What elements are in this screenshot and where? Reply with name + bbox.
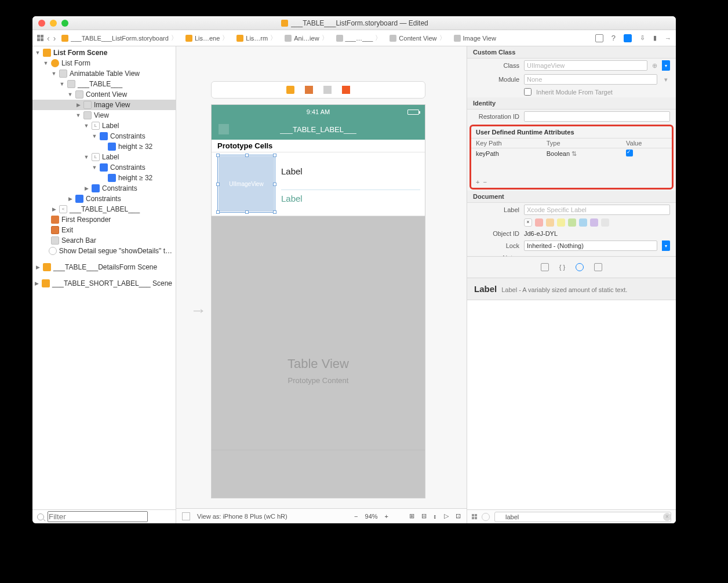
outline-row[interactable]: First Responder	[32, 214, 176, 225]
window-title: ___TABLE___ListForm.storyboard — Edited	[291, 19, 428, 27]
crumb-vc[interactable]: Lis…rm〉	[234, 34, 279, 42]
add-button[interactable]: +	[476, 178, 479, 185]
crumb-scene[interactable]: Lis…ene〉	[183, 34, 231, 42]
resolve-icon[interactable]: ▷	[444, 512, 449, 520]
storyboard-file-icon	[281, 20, 288, 27]
align-icon[interactable]: ⊟	[421, 512, 427, 520]
outline-toggle-icon[interactable]	[182, 512, 190, 520]
scene-dock[interactable]	[211, 81, 425, 99]
object-library-icon[interactable]	[576, 263, 584, 271]
grid-view-icon[interactable]	[472, 514, 477, 519]
inspector-tabs: ? ⇩ ▮ →	[595, 34, 671, 42]
restoration-id-field[interactable]	[524, 111, 670, 122]
scene-header[interactable]: ▶___TABLE___DetailsForm Scene	[32, 262, 176, 272]
color-swatches[interactable]: ×	[467, 217, 676, 228]
related-items-icon[interactable]	[37, 35, 43, 41]
forward-button[interactable]: ›	[53, 34, 56, 43]
outline-row[interactable]: height ≥ 32	[32, 173, 176, 183]
embed-icon[interactable]: ⊞	[409, 512, 414, 520]
size-inspector-icon[interactable]: ▮	[653, 34, 657, 42]
outline-row[interactable]: ▼View	[32, 110, 176, 121]
nav-left-icon	[219, 124, 229, 134]
search-icon	[482, 513, 490, 521]
identity-inspector-icon[interactable]	[624, 34, 632, 42]
zoom-label: 94%	[365, 513, 378, 520]
outline-filter-input[interactable]	[48, 511, 148, 522]
outline-row[interactable]: Exit	[32, 225, 176, 235]
chevron-down-icon[interactable]: ▾	[662, 241, 670, 251]
outline-row[interactable]: ▼List Form	[32, 58, 176, 68]
library-filter-input[interactable]	[494, 512, 671, 522]
vc-icon[interactable]	[286, 86, 294, 94]
outline-row[interactable]: ▼Constraints	[32, 162, 176, 173]
search-icon	[37, 513, 44, 520]
outline-row[interactable]: ▶Constraints	[32, 194, 176, 204]
remove-button[interactable]: −	[483, 178, 487, 185]
outline-filter	[32, 509, 176, 523]
attributes-inspector-icon[interactable]: ⇩	[640, 34, 645, 42]
outline-row[interactable]: Search Bar	[32, 235, 176, 246]
zoom-in-button[interactable]: +	[385, 513, 388, 520]
crumb-content[interactable]: Content View〉	[387, 34, 447, 42]
prototype-cell[interactable]: UIImageView Label Label	[212, 152, 425, 216]
document-outline: ▼List Form Scene ▼List Form ▼Animatable …	[32, 46, 176, 523]
section-document: Document	[467, 191, 676, 203]
runtime-attrs-table[interactable]: Key PathTypeValue keyPath Boolean ⇅	[471, 138, 672, 177]
titlebar: ___TABLE___ListForm.storyboard — Edited	[32, 16, 676, 30]
library-description: LabelLabel - A variably sized amount of …	[467, 278, 676, 300]
crumb-file[interactable]: ___TABLE___ListForm.storyboard〉	[59, 34, 180, 42]
doc-label-field[interactable]	[524, 205, 670, 215]
stack-icon[interactable]: ⊡	[456, 512, 461, 520]
pin-icon[interactable]: ⫾	[434, 513, 437, 520]
chevron-down-icon[interactable]: ▾	[662, 60, 670, 71]
code-snippet-icon[interactable]: { }	[559, 264, 565, 271]
scene-header[interactable]: ▶___TABLE_SHORT_LABEL___ Scene	[32, 278, 176, 289]
exit-icon[interactable]	[323, 86, 332, 94]
inherit-checkbox[interactable]	[524, 88, 532, 96]
connections-inspector-icon[interactable]: →	[665, 35, 671, 42]
first-responder-icon[interactable]	[305, 86, 313, 94]
checkbox-on-icon	[626, 150, 633, 156]
minimize-icon[interactable]	[50, 20, 57, 27]
scene-device: 9:41 AM ___TABLE_LABEL___ Prototype Cell…	[211, 81, 425, 498]
inspector-panel: Custom Class Class ⊕▾ Module ▾ Inherit M…	[467, 46, 676, 523]
battery-icon	[407, 110, 419, 115]
outline-row[interactable]: ▼Constraints	[32, 131, 176, 141]
section-custom-class: Custom Class	[467, 46, 676, 59]
outline-row[interactable]: ▶<___TABLE_LABEL___	[32, 204, 176, 214]
back-button[interactable]: ‹	[47, 34, 50, 43]
lock-select[interactable]	[524, 241, 657, 251]
outline-row-selected[interactable]: ▶Image View	[32, 100, 176, 110]
outline-row[interactable]: Show Detail segue "showDetails" t…	[32, 246, 176, 256]
phone-bottom-separator	[212, 450, 425, 450]
clear-icon[interactable]: ×	[663, 513, 671, 521]
zoom-out-button[interactable]: −	[354, 513, 358, 520]
module-field[interactable]	[524, 74, 657, 85]
crumb-cell[interactable]: ___…___〉	[334, 34, 384, 42]
outline-row[interactable]: ▼___TABLE___	[32, 79, 176, 89]
class-field[interactable]	[524, 60, 647, 71]
file-inspector-icon[interactable]	[595, 34, 603, 42]
scene-header[interactable]: ▼List Form Scene	[32, 48, 176, 58]
cell-label-2[interactable]: Label	[281, 190, 420, 203]
view-as-label[interactable]: View as: iPhone 8 Plus (wC hR)	[197, 513, 287, 520]
outline-row[interactable]: ▼Content View	[32, 89, 176, 100]
close-icon[interactable]	[38, 20, 45, 27]
library-tabs: { }	[467, 256, 676, 278]
crumb-tableview[interactable]: Ani…iew〉	[282, 34, 330, 42]
storyboard-ref-icon[interactable]	[342, 86, 350, 94]
media-library-icon[interactable]	[594, 263, 602, 271]
crumb-imageview[interactable]: Image View	[452, 35, 498, 42]
file-template-icon[interactable]	[541, 263, 549, 271]
traffic-lights	[38, 20, 68, 27]
zoom-icon[interactable]	[61, 20, 68, 27]
canvas: → 9:41 AM ___TABLE_LABEL	[176, 46, 467, 523]
canvas-stage[interactable]: → 9:41 AM ___TABLE_LABEL	[176, 46, 467, 508]
outline-row[interactable]: height ≥ 32	[32, 141, 176, 152]
outline-row[interactable]: ▼LLabel	[32, 152, 176, 162]
outline-row[interactable]: ▼Animatable Table View	[32, 68, 176, 79]
help-inspector-icon[interactable]: ?	[611, 34, 616, 42]
cell-label-1[interactable]: Label	[281, 166, 303, 176]
outline-row[interactable]: ▼LLabel	[32, 121, 176, 131]
outline-row[interactable]: ▶Constraints	[32, 183, 176, 194]
